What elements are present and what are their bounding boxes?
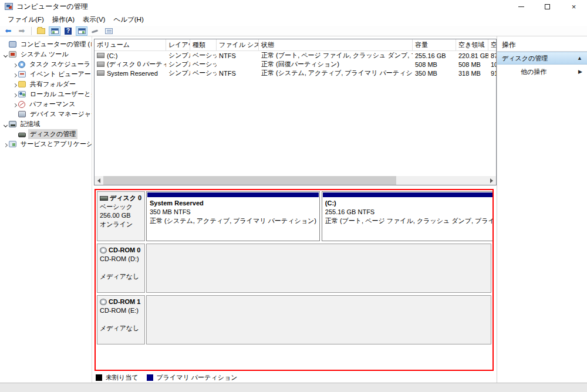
tree-expander-icon[interactable]	[2, 51, 8, 58]
tree-item-label: ローカル ユーザーとグループ	[28, 89, 92, 99]
tree-item-6[interactable]: パフォーマンス	[0, 99, 92, 109]
menu-file[interactable]: ファイル(F)	[4, 13, 48, 26]
disk0-label[interactable]: ディスク 0 ベーシック 256.00 GB オンライン	[97, 191, 145, 241]
app-icon	[5, 3, 13, 10]
volume-table-header: ボリュームレイアウト種類ファイル システム状態容量空き領域空き	[95, 39, 496, 51]
action-pane-toggle-button[interactable]	[76, 26, 87, 36]
console-tree-toggle-icon	[51, 28, 59, 34]
cell-status: 正常 (ブート, ページ ファイル, クラッシュ ダンプ, プライマリ パーティ…	[259, 51, 413, 60]
help-icon: ?	[65, 28, 72, 35]
scrollbar-thumb[interactable]	[103, 176, 396, 185]
toolbar-separator	[31, 27, 32, 35]
tree-expander-icon[interactable]	[12, 71, 18, 78]
cell-pct: 100	[488, 60, 497, 69]
users-icon	[18, 91, 26, 97]
folder-icon	[18, 81, 26, 87]
tools-icon	[9, 51, 16, 58]
content-area: コンピューターの管理 (ローカル)システム ツールタスク スケジューライベント …	[0, 36, 587, 383]
close-button[interactable]: ×	[561, 0, 587, 13]
partition-1[interactable]: (C:)255.16 GB NTFS正常 (ブート, ページ ファイル, クラッ…	[322, 191, 494, 241]
volume-icon	[97, 70, 104, 76]
column-header-2[interactable]: 種類	[190, 39, 217, 50]
cell-volume: System Reserved	[95, 69, 166, 77]
collapse-caret-icon[interactable]: ▲	[577, 55, 582, 61]
tree-expander-icon[interactable]	[12, 61, 18, 68]
menu-help[interactable]: ヘルプ(H)	[109, 13, 147, 26]
up-folder-button[interactable]	[35, 26, 47, 36]
action-pane-toggle-icon	[78, 28, 86, 34]
column-header-3[interactable]: ファイル システム	[217, 39, 259, 50]
tree-item-3[interactable]: イベント ビューアー	[0, 69, 92, 79]
tree-item-5[interactable]: ローカル ユーザーとグループ	[0, 89, 92, 99]
cdrom1-label[interactable]: CD-ROM 1 CD-ROM (E:) メディアなし	[97, 295, 145, 344]
legend-swatch-0	[96, 374, 102, 381]
tree-item-label: 記憶域	[19, 119, 42, 129]
cell-capacity: 350 MB	[413, 69, 456, 77]
console-tree-toggle-button[interactable]	[49, 26, 60, 36]
tree-item-0[interactable]: コンピューターの管理 (ローカル)	[0, 39, 92, 49]
tree-item-label: コンピューターの管理 (ローカル)	[19, 39, 92, 49]
cell-fs: NTFS	[217, 69, 259, 77]
actions-group-disk-management[interactable]: ディスクの管理 ▲	[497, 52, 587, 65]
more-actions-item[interactable]: 他の操作 ▶	[497, 65, 587, 79]
title-bar: コンピューターの管理 ×	[0, 0, 587, 13]
column-header-4[interactable]: 状態	[259, 39, 413, 50]
disk-tool-icon	[91, 28, 99, 34]
minimize-button[interactable]	[508, 0, 534, 13]
cdrom1-row: CD-ROM 1 CD-ROM (E:) メディアなし	[97, 295, 491, 344]
scroll-right-arrow[interactable]	[487, 176, 496, 185]
forward-button[interactable]: ➡	[16, 26, 28, 36]
volume-icon	[97, 62, 104, 67]
volume-row-1[interactable]: (ディスク 0 パーティション 3)シンプルベーシック正常 (回復パーティション…	[95, 60, 496, 69]
column-header-7[interactable]: 空き	[488, 39, 497, 50]
tree-item-4[interactable]: 共有フォルダー	[0, 79, 92, 89]
scroll-left-icon	[97, 178, 100, 183]
help-button[interactable]: ?	[62, 26, 74, 36]
maximize-icon	[545, 4, 550, 9]
disk0-name: ディスク 0	[110, 194, 141, 202]
graphical-view-filler	[97, 347, 491, 369]
properties-button[interactable]	[103, 26, 114, 36]
scroll-left-arrow[interactable]	[95, 176, 103, 185]
column-header-6[interactable]: 空き領域	[456, 39, 488, 50]
disk-tool-button[interactable]	[89, 26, 101, 36]
back-button[interactable]: ⬅	[2, 26, 14, 36]
menu-view[interactable]: 表示(V)	[79, 13, 109, 26]
column-header-5[interactable]: 容量	[413, 39, 456, 50]
cdrom0-label[interactable]: CD-ROM 0 CD-ROM (D:) メディアなし	[97, 244, 145, 293]
tree-item-9[interactable]: ディスクの管理	[0, 129, 92, 139]
tree-expander-icon[interactable]	[12, 91, 18, 98]
tree-item-label: タスク スケジューラ	[28, 59, 92, 69]
desktop-strip	[0, 383, 587, 392]
partition-legend: 未割り当てプライマリ パーティション	[95, 373, 494, 382]
volume-table-filler	[95, 77, 496, 176]
tree-item-label: サービスとアプリケーション	[19, 139, 92, 149]
tree-item-8[interactable]: 記憶域	[0, 119, 92, 129]
partition-0[interactable]: System Reserved350 MB NTFS正常 (システム, アクティ…	[146, 191, 320, 241]
window-title: コンピューターの管理	[16, 2, 88, 12]
legend-swatch-1	[147, 374, 153, 381]
tree-expander-icon[interactable]	[12, 81, 18, 88]
tree-expander-icon[interactable]	[12, 101, 18, 108]
tree-expander-icon[interactable]	[2, 121, 8, 128]
volume-row-2[interactable]: System ReservedシンプルベーシックNTFS正常 (システム, アク…	[95, 69, 496, 77]
submenu-caret-icon: ▶	[578, 69, 582, 75]
menu-action[interactable]: 操作(A)	[48, 13, 79, 26]
horizontal-scrollbar[interactable]	[95, 176, 496, 185]
maximize-button[interactable]	[534, 0, 561, 13]
tree-item-2[interactable]: タスク スケジューラ	[0, 59, 92, 69]
volume-row-0[interactable]: (C:)シンプルベーシックNTFS正常 (ブート, ページ ファイル, クラッシ…	[95, 51, 496, 60]
tree-item-1[interactable]: システム ツール	[0, 49, 92, 59]
cell-fs: NTFS	[217, 51, 259, 60]
column-header-1[interactable]: レイアウト	[166, 39, 190, 50]
partition-text: (C:)	[325, 199, 494, 208]
properties-icon	[105, 28, 113, 34]
column-header-0[interactable]: ボリューム	[95, 39, 166, 50]
tree-item-10[interactable]: サービスとアプリケーション	[0, 139, 92, 149]
tree-item-7[interactable]: デバイス マネージャー	[0, 109, 92, 119]
cdrom0-media-area[interactable]	[146, 244, 491, 293]
disk0-row: ディスク 0 ベーシック 256.00 GB オンライン System Rese…	[97, 191, 491, 241]
cdrom1-media-area[interactable]	[146, 295, 491, 344]
tree-expander-icon[interactable]	[2, 141, 8, 148]
cell-free: 220.81 GB	[456, 51, 488, 60]
